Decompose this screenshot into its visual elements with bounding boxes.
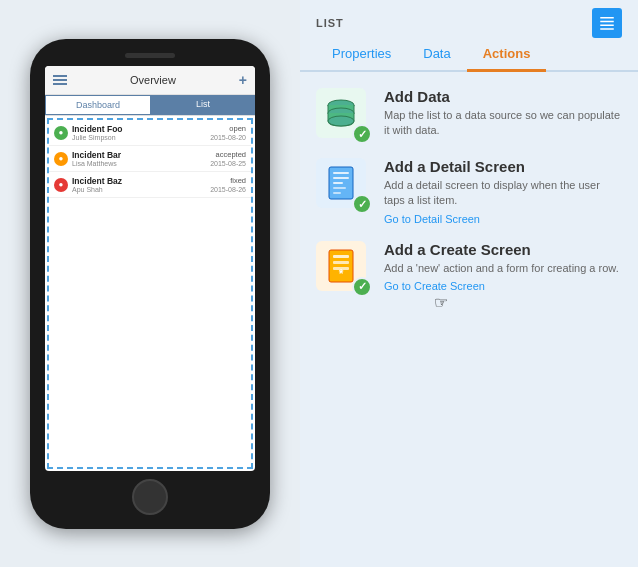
add-button[interactable]: + [239, 72, 247, 88]
cursor-hand-icon: ☞ [434, 293, 448, 312]
list-view-icon[interactable] [592, 8, 622, 38]
list-item-content: Incident Foo open Julie Simpson 2015-08-… [72, 124, 246, 141]
database-icon [324, 96, 358, 130]
screen-tabs: Dashboard List [45, 95, 255, 116]
add-create-title: Add a Create Screen [384, 241, 622, 258]
svg-rect-9 [333, 177, 349, 179]
tab-dashboard[interactable]: Dashboard [45, 95, 151, 115]
menu-icon[interactable] [53, 75, 67, 85]
item-date: 2015-08-25 [210, 160, 246, 167]
check-badge [352, 124, 372, 144]
tab-actions[interactable]: Actions [467, 38, 547, 72]
add-data-title: Add Data [384, 88, 622, 105]
action-add-data: Add Data Map the list to a data source s… [316, 88, 622, 144]
action-add-detail-screen: Add a Detail Screen Add a detail screen … [316, 158, 622, 227]
phone-speaker [125, 53, 175, 58]
item-date: 2015-08-20 [210, 134, 246, 141]
right-panel: LIST Properties Data Actions [300, 0, 638, 567]
svg-rect-1 [600, 21, 614, 23]
add-create-icon-wrap: * [316, 241, 372, 297]
action-add-create-screen: * Add a Create Screen Add a 'new' action… [316, 241, 622, 297]
status-icon-orange: ● [54, 152, 68, 166]
go-to-detail-link[interactable]: Go to Detail Screen [384, 213, 480, 225]
check-badge [352, 277, 372, 297]
item-title: Incident Foo [72, 124, 123, 134]
document-icon [324, 165, 358, 201]
svg-rect-10 [333, 182, 343, 184]
tabs-row: Properties Data Actions [300, 38, 638, 72]
item-person: Julie Simpson [72, 134, 116, 141]
svg-rect-11 [333, 187, 346, 189]
add-detail-desc: Add a detail screen to display when the … [384, 178, 622, 209]
actions-content: Add Data Map the list to a data source s… [300, 72, 638, 567]
status-icon-red: ● [54, 178, 68, 192]
left-panel: Overview + Dashboard List ● Incident Foo… [0, 0, 300, 567]
section-label: LIST [316, 9, 344, 37]
tab-data[interactable]: Data [407, 38, 466, 72]
svg-rect-12 [333, 192, 341, 194]
phone-frame: Overview + Dashboard List ● Incident Foo… [30, 39, 270, 529]
add-create-desc: Add a 'new' action and a form for creati… [384, 261, 622, 276]
screen-list: ● Incident Foo open Julie Simpson 2015-0… [47, 118, 253, 469]
go-to-create-link-wrap: Go to Create Screen ☞ [384, 276, 622, 294]
check-badge [352, 194, 372, 214]
svg-text:*: * [339, 267, 344, 281]
svg-rect-15 [333, 261, 349, 264]
item-date: 2015-08-26 [210, 186, 246, 193]
svg-rect-3 [600, 28, 614, 30]
add-data-desc: Map the list to a data source so we can … [384, 108, 622, 139]
svg-rect-2 [600, 25, 614, 27]
list-item-content: Incident Bar accepted Lisa Matthews 2015… [72, 150, 246, 167]
home-button[interactable] [132, 479, 168, 515]
list-item[interactable]: ● Incident Foo open Julie Simpson 2015-0… [49, 120, 251, 146]
form-icon: * [324, 248, 358, 284]
screen-header: Overview + [45, 66, 255, 95]
right-top-bar: LIST [300, 0, 638, 38]
add-data-icon-wrap [316, 88, 372, 144]
item-status: accepted [216, 150, 246, 159]
item-person: Apu Shah [72, 186, 103, 193]
status-icon-green: ● [54, 126, 68, 140]
item-status: fixed [230, 176, 246, 185]
add-create-text: Add a Create Screen Add a 'new' action a… [384, 241, 622, 294]
add-detail-icon-wrap [316, 158, 372, 214]
svg-point-6 [328, 116, 354, 126]
svg-rect-14 [333, 255, 349, 258]
add-data-text: Add Data Map the list to a data source s… [384, 88, 622, 139]
list-icon [598, 14, 616, 32]
tab-properties[interactable]: Properties [316, 38, 407, 72]
list-item-content: Incident Baz fixed Apu Shah 2015-08-26 [72, 176, 246, 193]
screen-title: Overview [130, 74, 176, 86]
svg-rect-8 [333, 172, 349, 174]
item-title: Incident Bar [72, 150, 121, 160]
item-person: Lisa Matthews [72, 160, 117, 167]
item-status: open [229, 124, 246, 133]
svg-rect-0 [600, 17, 614, 19]
add-detail-text: Add a Detail Screen Add a detail screen … [384, 158, 622, 227]
tab-list[interactable]: List [151, 95, 255, 115]
phone-screen: Overview + Dashboard List ● Incident Foo… [45, 66, 255, 471]
list-item[interactable]: ● Incident Bar accepted Lisa Matthews 20… [49, 146, 251, 172]
item-title: Incident Baz [72, 176, 122, 186]
list-item[interactable]: ● Incident Baz fixed Apu Shah 2015-08-26 [49, 172, 251, 198]
add-detail-title: Add a Detail Screen [384, 158, 622, 175]
go-to-create-link[interactable]: Go to Create Screen [384, 280, 485, 292]
